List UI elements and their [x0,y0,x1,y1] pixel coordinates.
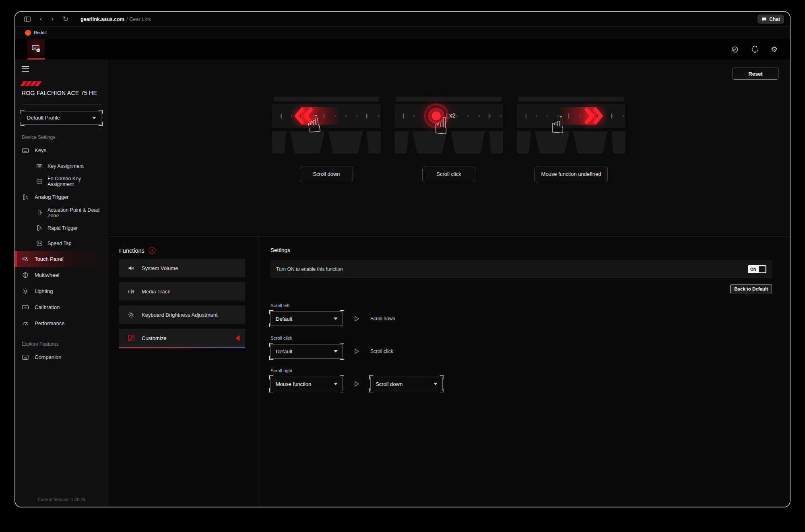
device-name: ROG FALCHION ACE 75 HE [22,90,101,96]
svg-text:FN: FN [24,356,27,359]
dropdown-value: Default [276,348,292,355]
gesture-card-mouse-function: ☝ Mouse function undefined [517,97,625,182]
customize-icon [127,334,135,342]
settings-title: Settings [270,247,772,253]
profile-selected: Default Profile [27,115,60,121]
brightness-icon [127,311,135,318]
touch-strip: ☝ [517,104,625,128]
sidebar-toggle-icon[interactable] [24,16,31,22]
bookmark-reddit[interactable]: Reddit [34,30,47,35]
enable-toggle[interactable]: ON [748,265,766,273]
sidebar-item-label: Rapid Trigger [47,225,78,231]
gesture-card-scroll-click: x2 ☝ Scroll click [394,97,503,182]
function-item-label: Customize [142,335,166,341]
keyboard-illustration: x2 ☝ [394,97,503,154]
mapping-result-text: Scroll click [370,348,393,354]
scroll-right-result-dropdown[interactable]: Scroll down [370,377,443,391]
hamburger-menu-icon[interactable] [22,66,29,72]
sidebar-item-fn-combo[interactable]: FN Fn Combo Key Assignment [22,174,101,189]
browser-window: ‹ › ↻ gearlink.asus.com / Gear Link Chat… [14,11,791,507]
sidebar-item-label: Performance [35,320,64,326]
address-bar[interactable]: gearlink.asus.com / Gear Link [80,16,151,22]
sidebar-item-key-assignment[interactable]: Key Assignment [22,159,101,174]
sidebar-item-speed-tap[interactable]: Speed Tap [22,236,101,251]
chat-bubble-icon [762,17,767,22]
scroll-click-source-dropdown[interactable]: Default [270,344,343,359]
notifications-bell-icon[interactable] [751,45,759,54]
profile-dropdown[interactable]: Default Profile [22,111,101,125]
fn-combo-icon: FN [36,178,43,184]
mapping-label: Scroll left [270,303,772,308]
key-assignment-icon [36,163,43,169]
function-item-label: System Volume [142,265,178,271]
swipe-right-chevrons-icon [584,107,603,125]
sidebar-item-analog-trigger[interactable]: Analog Trigger [22,189,101,205]
sidebar-item-label: Lighting [35,288,53,294]
sidebar-item-label: Fn Combo Key Assignment [47,176,101,187]
function-item-system-volume[interactable]: System Volume [119,259,245,277]
sidebar-item-label: Analog Trigger [35,194,69,200]
touch-panel-stage: Reset ☝ [108,60,790,237]
arrow-right-icon [353,348,360,355]
back-to-default-button[interactable]: Back to Default [730,285,772,293]
speed-tap-icon [36,240,43,246]
version-text: Current Version: 1.00.15 [15,497,108,502]
forward-button[interactable]: › [51,16,54,23]
gesture-label-button[interactable]: Mouse function undefined [535,167,608,182]
mapping-label: Scroll right [270,368,772,373]
gesture-label-button[interactable]: Scroll down [300,167,353,182]
info-icon[interactable]: i [149,247,155,254]
function-item-customize[interactable]: Customize [119,329,245,347]
sync-icon[interactable] [731,45,739,54]
sidebar-item-label: Multiwheel [35,272,59,278]
reload-button[interactable]: ↻ [63,16,68,23]
sidebar-item-keys[interactable]: Keys [22,142,101,159]
chevron-down-icon [92,117,96,119]
settings-gear-icon[interactable]: ⚙ [771,45,778,53]
chat-button[interactable]: Chat [758,14,784,24]
sidebar-item-rapid-trigger[interactable]: Rapid Trigger [22,221,101,236]
mapping-scroll-left: Scroll left Default Scroll down [270,303,772,326]
app-tab-gearlink[interactable] [27,39,45,60]
svg-text:FN: FN [38,180,41,183]
sidebar-item-performance[interactable]: Performance [22,315,101,332]
hand-gesture-icon: ☝ [434,114,448,138]
function-item-keyboard-brightness[interactable]: Keyboard Brightness Adjustment [119,305,245,324]
gesture-card-scroll-down: ☝ Scroll down [272,97,381,182]
reddit-favicon [25,30,31,36]
sidebar-item-label: Touch Panel [35,256,64,262]
scroll-right-source-dropdown[interactable]: Mouse function [270,377,343,391]
toggle-state-label: ON [748,267,759,272]
sidebar-item-label: Companion [35,354,62,360]
hand-gesture-icon: ☝ [551,113,565,137]
url-host: gearlink.asus.com [80,16,124,22]
sidebar-item-lighting[interactable]: Lighting [22,283,101,299]
app-header: ⚙ [15,39,790,60]
back-button[interactable]: ‹ [39,16,42,23]
function-item-label: Media Track [142,289,170,295]
sidebar-item-touch-panel[interactable]: Touch Panel [15,251,108,267]
dropdown-value: Mouse function [276,381,311,387]
dropdown-value: Scroll down [376,381,402,387]
volume-icon [127,265,135,272]
arrow-right-icon [353,381,360,387]
sidebar-item-label: Calibration [35,304,60,310]
gesture-label-button[interactable]: Scroll click [422,167,475,182]
sidebar-item-companion[interactable]: FN Companion [22,349,101,365]
browser-toolbar: ‹ › ↻ gearlink.asus.com / Gear Link Chat [15,12,790,27]
reset-button[interactable]: Reset [733,68,778,80]
sidebar-item-multiwheel[interactable]: Multiwheel [22,267,101,283]
keyboard-illustration: ☝ [272,97,381,154]
chat-label: Chat [769,16,780,22]
multiwheel-icon [22,272,29,278]
mapping-scroll-click: Scroll click Default Scroll click [270,336,772,359]
sidebar-item-actuation-point[interactable]: Actuation Point & Dead Zone [22,205,101,221]
touch-panel-icon [22,256,29,262]
touch-strip: ☝ [272,104,381,128]
scroll-left-source-dropdown[interactable]: Default [270,311,343,326]
function-item-media-track[interactable]: Media Track [119,282,245,301]
sidebar: ROG FALCHION ACE 75 HE Default Profile D… [15,60,108,507]
sidebar-item-calibration[interactable]: Calibration [22,299,101,315]
section-label-device-settings: Device Settings [22,134,101,140]
arrow-right-icon [353,315,360,322]
